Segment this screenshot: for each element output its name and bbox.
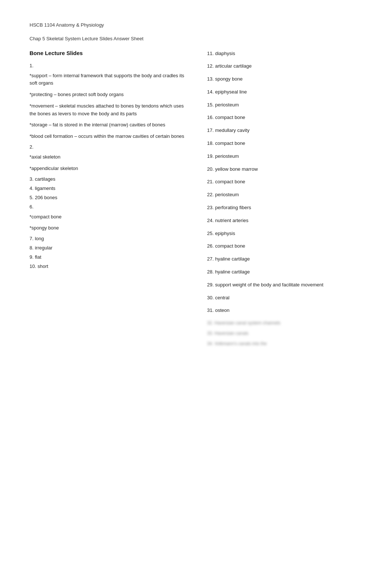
left-item-18: 10. short xyxy=(30,263,185,269)
left-item-17: 9. flat xyxy=(30,254,185,260)
left-item-13: *compact bone xyxy=(30,213,185,221)
right-column: 11. diaphysis12. articular cartilage13. … xyxy=(207,50,362,351)
left-item-4: *storage – fat is stored in the internal… xyxy=(30,121,185,129)
left-item-16: 8. irregular xyxy=(30,245,185,251)
left-item-3: *movement – skeletal muscles attached to… xyxy=(30,102,185,118)
left-items: 1.*support – form internal framework tha… xyxy=(30,63,185,269)
right-item-17: 28. hyaline cartilage xyxy=(207,268,362,276)
left-item-6: 2. xyxy=(30,144,185,150)
chapter-title: Chap 5 Skeletal System Lecture Slides An… xyxy=(30,35,362,42)
left-item-14: *spongy bone xyxy=(30,224,185,232)
left-item-5: *blood cell formation – occurs within th… xyxy=(30,133,185,140)
right-item-10: 21. compact bone xyxy=(207,178,362,186)
right-item-18: 29. support weight of the body and facil… xyxy=(207,281,362,289)
right-item-6: 17. medullary cavity xyxy=(207,127,362,135)
right-item-5: 16. compact bone xyxy=(207,114,362,122)
right-item-1: 12. articular cartilage xyxy=(207,62,362,70)
right-item-22: 33. Haversian canals xyxy=(207,330,362,337)
section-heading: Bone Lecture Slides xyxy=(30,50,185,56)
right-item-7: 18. compact bone xyxy=(207,140,362,147)
left-item-7: *axial skeleton xyxy=(30,153,185,161)
left-item-15: 7. long xyxy=(30,236,185,241)
right-item-8: 19. periosteum xyxy=(207,153,362,160)
right-item-20: 31. osteon xyxy=(207,307,362,314)
right-item-19: 30. central xyxy=(207,294,362,302)
right-item-15: 26. compact bone xyxy=(207,242,362,250)
left-item-2: *protecting – bones protect soft body or… xyxy=(30,91,185,99)
left-item-1: *support – form internal framework that … xyxy=(30,72,185,88)
right-item-11: 22. periosteum xyxy=(207,191,362,199)
left-item-8: *appendicular skeleton xyxy=(30,165,185,173)
right-item-3: 14. epiphyseal line xyxy=(207,88,362,96)
right-item-14: 25. epiphysis xyxy=(207,230,362,238)
right-item-13: 24. nutrient arteries xyxy=(207,217,362,225)
right-item-21: 32. Haversian canal system channels xyxy=(207,320,362,326)
left-item-0: 1. xyxy=(30,63,185,68)
right-items: 11. diaphysis12. articular cartilage13. … xyxy=(207,50,362,347)
right-item-12: 23. perforating fibers xyxy=(207,204,362,212)
course-title: HSCB 1104 Anatomy & Physiology xyxy=(30,22,362,28)
right-item-9: 20. yellow bone marrow xyxy=(207,166,362,173)
left-item-11: 5. 206 bones xyxy=(30,195,185,200)
left-item-10: 4. ligaments xyxy=(30,186,185,191)
right-item-2: 13. spongy bone xyxy=(207,75,362,83)
right-item-0: 11. diaphysis xyxy=(207,50,362,58)
left-item-9: 3. cartilages xyxy=(30,176,185,182)
right-item-23: 34. Volkmann's canals into the xyxy=(207,340,362,347)
left-item-12: 6. xyxy=(30,204,185,210)
right-item-4: 15. periosteum xyxy=(207,101,362,109)
right-item-16: 27. hyaline cartilage xyxy=(207,255,362,263)
left-column: Bone Lecture Slides 1.*support – form in… xyxy=(30,50,185,351)
